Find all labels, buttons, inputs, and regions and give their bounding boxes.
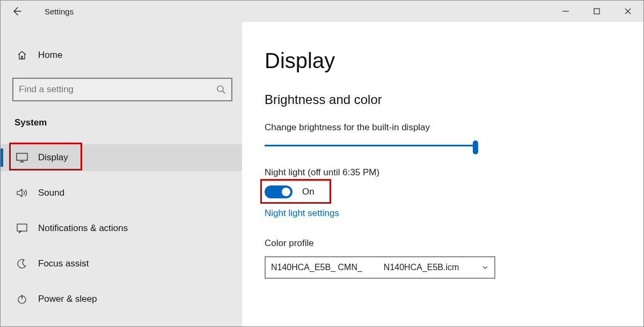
- sidebar: Home System Display S: [1, 22, 242, 326]
- night-light-toggle-row: On: [265, 185, 340, 198]
- sidebar-item-label: Notifications & actions: [38, 223, 128, 234]
- color-profile-dropdown[interactable]: N140HCA_E5B_ CMN_ N140HCA_E5B.icm: [265, 256, 495, 279]
- night-light-label: Night light (off until 6:35 PM): [265, 167, 643, 178]
- sidebar-item-label: Focus assist: [38, 258, 89, 269]
- night-light-toggle[interactable]: [265, 185, 292, 198]
- home-link[interactable]: Home: [12, 43, 242, 67]
- svg-point-2: [217, 86, 223, 92]
- sound-icon: [16, 188, 28, 198]
- sidebar-item-label: Sound: [38, 188, 64, 198]
- main-content: Display Brightness and color Change brig…: [242, 22, 643, 326]
- close-button[interactable]: [612, 1, 643, 22]
- chevron-down-icon: [481, 264, 489, 271]
- window-title: Settings: [45, 7, 74, 16]
- svg-rect-4: [17, 153, 27, 160]
- page-title: Display: [265, 49, 643, 73]
- night-light-settings-link[interactable]: Night light settings: [265, 208, 339, 219]
- home-icon: [16, 50, 28, 61]
- power-icon: [16, 294, 28, 304]
- notifications-icon: [16, 224, 28, 233]
- slider-thumb[interactable]: [473, 140, 478, 154]
- close-icon: [625, 8, 631, 14]
- brightness-label: Change brightness for the built-in displ…: [265, 122, 643, 133]
- sidebar-item-notifications[interactable]: Notifications & actions: [1, 215, 242, 242]
- section-title: Brightness and color: [265, 92, 643, 107]
- color-profile-label: Color profile: [265, 238, 643, 249]
- arrow-left-icon: [11, 6, 22, 17]
- brightness-slider[interactable]: [265, 140, 478, 151]
- maximize-icon: [594, 8, 600, 14]
- sidebar-item-power[interactable]: Power & sleep: [1, 286, 242, 313]
- sidebar-item-sound[interactable]: Sound: [1, 180, 242, 206]
- toggle-knob: [282, 188, 290, 196]
- dropdown-value: N140HCA_E5B_ CMN_ N140HCA_E5B.icm: [271, 263, 481, 272]
- svg-line-3: [223, 91, 225, 93]
- svg-rect-1: [594, 9, 599, 14]
- sidebar-item-display[interactable]: Display: [1, 144, 242, 171]
- minimize-button[interactable]: [550, 1, 581, 22]
- search-icon: [216, 85, 226, 94]
- slider-track: [265, 145, 478, 146]
- search-box[interactable]: [12, 78, 232, 101]
- titlebar: Settings: [1, 1, 643, 22]
- minimize-icon: [562, 8, 569, 14]
- toggle-state-label: On: [302, 187, 314, 197]
- sidebar-item-focus-assist[interactable]: Focus assist: [1, 250, 242, 277]
- window-controls: [550, 1, 643, 22]
- settings-window: Settings Home: [0, 0, 644, 327]
- sidebar-item-label: Display: [38, 152, 68, 163]
- svg-rect-7: [17, 224, 27, 231]
- category-label: System: [12, 117, 242, 128]
- moon-icon: [16, 259, 28, 269]
- back-button[interactable]: [6, 1, 27, 22]
- search-input[interactable]: [19, 84, 216, 95]
- home-label: Home: [38, 50, 62, 61]
- maximize-button[interactable]: [581, 1, 612, 22]
- sidebar-item-label: Power & sleep: [38, 294, 97, 304]
- monitor-icon: [16, 153, 28, 162]
